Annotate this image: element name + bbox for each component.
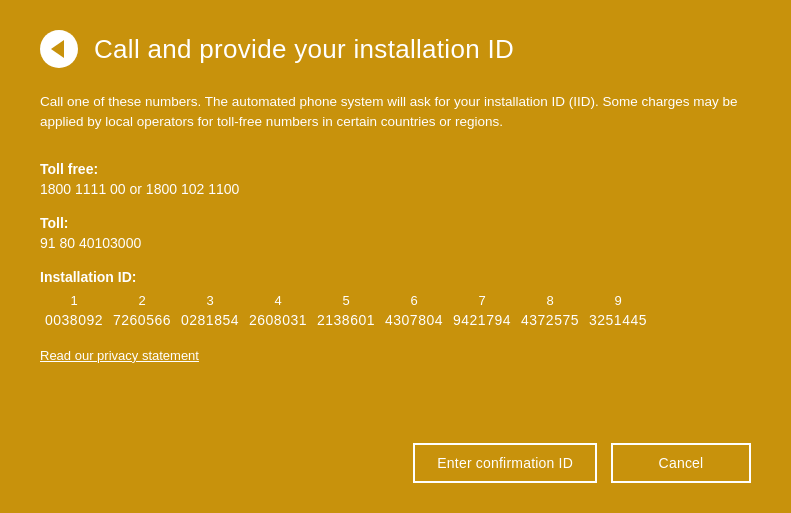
toll-free-label: Toll free: [40,161,751,177]
page-title: Call and provide your installation ID [94,34,514,65]
toll-label: Toll: [40,215,751,231]
id-column-number: 7 [478,293,485,308]
id-column-value: 9421794 [453,312,511,328]
installation-id-label: Installation ID: [40,269,751,285]
description-text: Call one of these numbers. The automated… [40,92,740,133]
id-column-value: 0038092 [45,312,103,328]
page-container: Call and provide your installation ID Ca… [0,0,791,513]
id-column-number: 8 [546,293,553,308]
id-column-value: 2608031 [249,312,307,328]
header: Call and provide your installation ID [40,30,751,68]
id-column: 79421794 [448,293,516,328]
id-column-number: 5 [342,293,349,308]
id-column-number: 4 [274,293,281,308]
id-column-number: 9 [614,293,621,308]
id-column: 64307804 [380,293,448,328]
id-column-value: 7260566 [113,312,171,328]
id-column-value: 3251445 [589,312,647,328]
toll-free-section: Toll free: 1800 1111 00 or 1800 102 1100 [40,161,751,197]
installation-id-grid: 1003809227260566302818544260803152138601… [40,293,751,328]
id-column-value: 2138601 [317,312,375,328]
id-column-value: 0281854 [181,312,239,328]
id-column-number: 3 [206,293,213,308]
id-column-number: 1 [70,293,77,308]
id-column-value: 4372575 [521,312,579,328]
back-arrow-icon [51,40,64,58]
cancel-button[interactable]: Cancel [611,443,751,483]
toll-value: 91 80 40103000 [40,235,751,251]
id-column: 52138601 [312,293,380,328]
id-column: 84372575 [516,293,584,328]
id-column: 93251445 [584,293,652,328]
id-column: 27260566 [108,293,176,328]
toll-section: Toll: 91 80 40103000 [40,215,751,251]
toll-free-value: 1800 1111 00 or 1800 102 1100 [40,181,751,197]
id-column-number: 2 [138,293,145,308]
id-column: 10038092 [40,293,108,328]
id-column-number: 6 [410,293,417,308]
id-column: 42608031 [244,293,312,328]
id-column-value: 4307804 [385,312,443,328]
privacy-link[interactable]: Read our privacy statement [40,348,751,363]
enter-confirmation-button[interactable]: Enter confirmation ID [413,443,597,483]
id-column: 30281854 [176,293,244,328]
installation-id-section: Installation ID: 10038092272605663028185… [40,269,751,328]
footer: Enter confirmation ID Cancel [40,423,751,483]
back-button[interactable] [40,30,78,68]
